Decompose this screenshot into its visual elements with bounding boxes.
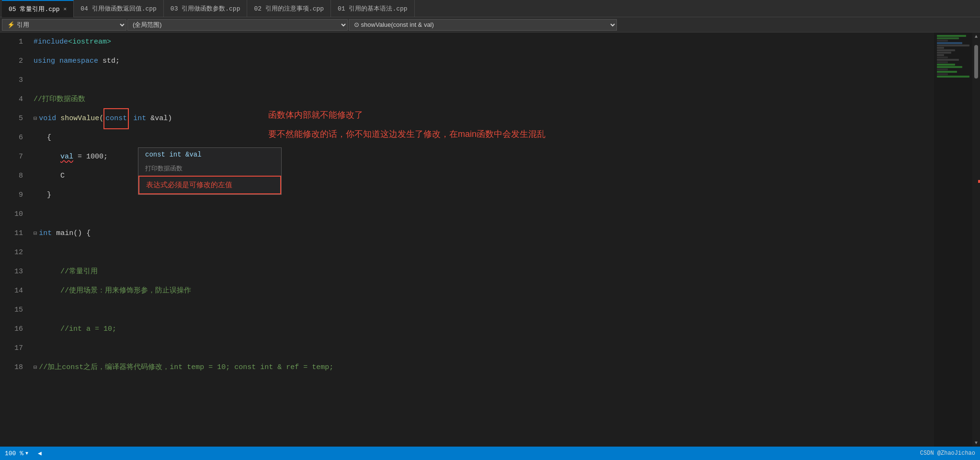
line-num-14: 14	[0, 281, 23, 301]
code-line-10	[34, 205, 934, 224]
code-line-5: ⊟ void showValue(const int &val)	[34, 109, 934, 128]
code-line-18: ⊟ //加上const之后，编译器将代码修改，int temp = 10; co…	[34, 358, 934, 377]
std-ident: std;	[103, 52, 120, 71]
error-text: 表达式必须是可修改的左值	[146, 180, 232, 189]
scrollbar-up-arrow[interactable]: ▲	[972, 33, 980, 40]
context-selector[interactable]: (全局范围)	[127, 19, 348, 31]
line-num-15: 15	[0, 301, 23, 320]
code-line-11: ⊟ int main() {	[34, 224, 934, 243]
scrollbar-down-arrow[interactable]: ▼	[972, 439, 980, 447]
line-num-2: 2	[0, 52, 23, 71]
const-keyword-boxed: const	[103, 108, 129, 129]
code-line-17	[34, 339, 934, 358]
zoom-control[interactable]: 100 % ▼	[5, 450, 28, 457]
tab-2[interactable]: 03 引用做函数参数.cpp	[164, 0, 248, 17]
keyword-int-11: int	[39, 224, 52, 243]
autocomplete-item-2[interactable]: 打印数据函数	[138, 161, 281, 176]
line-num-11: 11	[0, 224, 23, 243]
collapse-icon-5[interactable]: ⊟	[34, 109, 37, 128]
zoom-dropdown-icon[interactable]: ▼	[25, 451, 28, 456]
editor-container: 1 2 3 4 5 6 7 8 9 10 11 12 13 14 15 16 1…	[0, 33, 980, 447]
code-line-4: //打印数据函数	[34, 90, 934, 109]
tab-3[interactable]: 02 引用的注意事项.cpp	[247, 0, 331, 17]
code-line-1: #include<iostream>	[34, 33, 934, 52]
collapse-icon-11[interactable]: ⊟	[34, 224, 37, 243]
line-num-3: 3	[0, 71, 23, 90]
brace-open: {	[47, 128, 51, 147]
keyword-include: #include	[34, 33, 68, 52]
keyword-void: void	[39, 109, 56, 128]
line-num-4: 4	[0, 90, 23, 109]
scrollbar-error-marker	[978, 180, 980, 183]
scope-selector[interactable]: ⚡ 引用	[2, 19, 126, 31]
tab-4[interactable]: 01 引用的基本语法.cpp	[331, 0, 415, 17]
line-num-1: 1	[0, 33, 23, 52]
tab-label-3: 02 引用的注意事项.cpp	[254, 4, 324, 13]
comment-14: //使用场景：用来修饰形参，防止误操作	[60, 281, 191, 301]
toolbar-row: ⚡ 引用 (全局范围) ⊙ showValue(const int & val)	[0, 17, 980, 33]
function-selector[interactable]: ⊙ showValue(const int & val)	[349, 19, 617, 31]
keyword-using: using	[34, 52, 55, 71]
line-num-9: 9	[0, 186, 23, 205]
main-func: main() {	[52, 224, 91, 243]
error-box: 表达式必须是可修改的左值	[138, 176, 281, 194]
editor-content[interactable]: #include<iostream> using namespace std; …	[29, 33, 934, 447]
tab-active[interactable]: 05 常量引用.cpp ✕	[2, 0, 74, 17]
line-num-16: 16	[0, 320, 23, 339]
tab-label-1: 04 引用做函数返回值.cpp	[80, 4, 157, 13]
include-file: <iostream>	[68, 33, 111, 52]
minimap	[934, 33, 972, 447]
scrollbar-thumb[interactable]	[974, 45, 978, 79]
code-line-13: //常量引用	[34, 262, 934, 281]
cout-line: C	[60, 167, 65, 186]
line-num-12: 12	[0, 243, 23, 262]
autocomplete-item-1[interactable]: const int &val	[138, 148, 281, 161]
line-num-17: 17	[0, 339, 23, 358]
code-line-15	[34, 301, 934, 320]
tab-label-2: 03 引用做函数参数.cpp	[171, 4, 240, 13]
autocomplete-sig: const int &val	[145, 151, 202, 158]
type-int-5: int	[129, 109, 146, 128]
brace-close-9: }	[47, 186, 51, 205]
scrollbar-track[interactable]	[972, 40, 980, 439]
tab-label-active: 05 常量引用.cpp	[9, 5, 60, 13]
autocomplete-dropdown[interactable]: const int &val 打印数据函数 表达式必须是可修改的左值	[138, 147, 282, 195]
code-line-3	[34, 71, 934, 90]
status-bar: 100 % ▼ ◀ CSDN @ZhaoJichao	[0, 447, 980, 460]
line-num-13: 13	[0, 262, 23, 281]
autocomplete-desc: 打印数据函数	[145, 165, 182, 172]
tab-label-4: 01 引用的基本语法.cpp	[338, 4, 408, 13]
line-num-6: 6	[0, 128, 23, 147]
func-name: showValue(	[56, 109, 103, 128]
code-line-14: //使用场景：用来修饰形参，防止误操作	[34, 281, 934, 301]
line-num-18: 18	[0, 358, 23, 377]
tab-close-button[interactable]: ✕	[64, 6, 67, 12]
assign-1000: = 1000;	[73, 147, 108, 167]
code-line-2: using namespace std;	[34, 52, 934, 71]
param-ref: &val)	[146, 109, 172, 128]
code-line-12	[34, 243, 934, 262]
tab-bar: 05 常量引用.cpp ✕ 04 引用做函数返回值.cpp 03 引用做函数参数…	[0, 0, 980, 17]
collapse-icon-18[interactable]: ⊟	[34, 358, 37, 377]
var-val-squiggly: val	[60, 147, 73, 167]
line-num-7: 7	[0, 147, 23, 167]
status-author: CSDN @ZhaoJichao	[920, 450, 975, 457]
zoom-value: 100 %	[5, 450, 23, 457]
comment-13: //常量引用	[60, 262, 98, 281]
comment-18: //加上const之后，编译器将代码修改，int temp = 10; cons…	[39, 358, 333, 377]
line-num-5: 5	[0, 109, 23, 128]
line-num-10: 10	[0, 205, 23, 224]
line-num-8: 8	[0, 167, 23, 186]
tab-1[interactable]: 04 引用做函数返回值.cpp	[74, 0, 164, 17]
scroll-left-icon[interactable]: ◀	[38, 449, 42, 457]
comment-print: //打印数据函数	[34, 90, 85, 109]
comment-16: //int a = 10;	[60, 320, 116, 339]
keyword-namespace: namespace	[55, 52, 103, 71]
line-numbers: 1 2 3 4 5 6 7 8 9 10 11 12 13 14 15 16 1…	[0, 33, 29, 447]
code-line-6: {	[34, 128, 934, 147]
code-line-16: //int a = 10;	[34, 320, 934, 339]
vertical-scrollbar[interactable]: ▲ ▼	[972, 33, 980, 447]
